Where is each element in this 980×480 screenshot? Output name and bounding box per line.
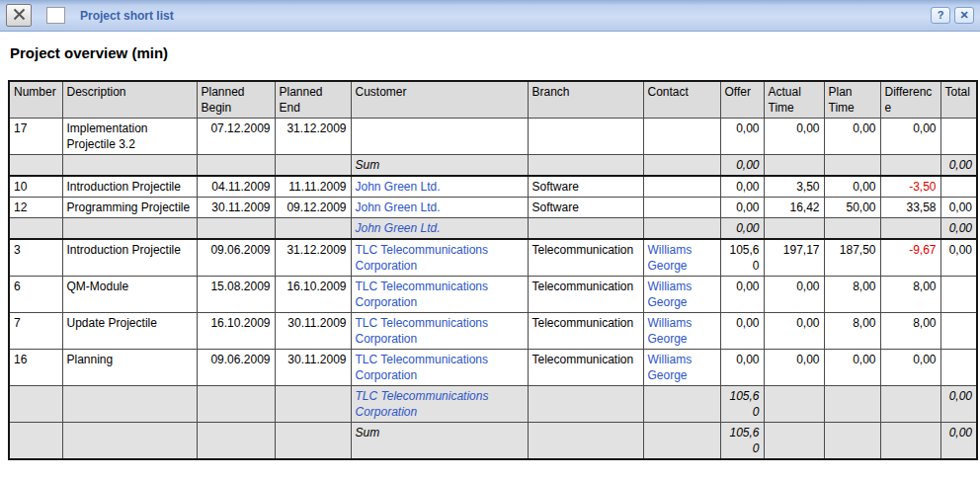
- cell-plan-time: [824, 386, 880, 423]
- cell-planned-end: 30.11.2009: [275, 313, 351, 350]
- sum-row: TLC Telecommunications Corporation105,60…: [9, 386, 977, 423]
- cell-customer: Sum: [351, 423, 528, 460]
- cell-number: 6: [9, 277, 62, 313]
- cell-number: [9, 386, 62, 423]
- cell-contact: Williams George: [643, 277, 720, 313]
- cell-contact: [643, 155, 720, 177]
- contact-link[interactable]: Williams George: [648, 316, 693, 346]
- cell-contact: Williams George: [643, 313, 720, 350]
- cell-offer: 105,60: [720, 239, 764, 277]
- cell-difference: -9,67: [880, 239, 940, 277]
- cell-contact: Williams George: [643, 239, 720, 277]
- cell-actual-time: [764, 155, 824, 177]
- customer-link[interactable]: TLC Telecommunications Corporation: [356, 243, 489, 273]
- contact-link[interactable]: Williams George: [648, 280, 693, 309]
- cell-total: [940, 176, 977, 198]
- cell-number: 17: [9, 119, 62, 155]
- cell-actual-time: 197,17: [764, 239, 824, 277]
- cell-description: [62, 423, 197, 460]
- cell-offer: 0,00: [720, 176, 764, 198]
- column-header-branch: Branch: [528, 81, 643, 119]
- cell-description: Introduction Projectile: [62, 176, 197, 198]
- customer-link[interactable]: John Green Ltd.: [356, 200, 441, 214]
- cell-branch: Software: [528, 198, 643, 218]
- cell-customer: John Green Ltd.: [351, 218, 528, 240]
- cell-description: Planning: [62, 350, 197, 386]
- cell-offer: 0,00: [720, 350, 764, 386]
- cell-branch: [528, 386, 643, 423]
- cell-total: 0,00: [940, 423, 977, 460]
- table-row: 3Introduction Projectile09.06.200931.12.…: [9, 239, 977, 277]
- cell-total: 0,00: [940, 198, 977, 218]
- cell-actual-time: 16,42: [764, 198, 824, 218]
- project-table: NumberDescriptionPlanned BeginPlanned En…: [8, 80, 978, 460]
- cell-description: Update Projectile: [62, 313, 197, 350]
- cell-offer: 105,60: [720, 386, 764, 423]
- cell-plan-time: 8,00: [824, 313, 880, 350]
- cell-customer: TLC Telecommunications Corporation: [351, 350, 528, 386]
- contact-link[interactable]: Williams George: [648, 243, 693, 273]
- cell-planned-begin: 30.11.2009: [197, 198, 275, 218]
- cell-description: QM-Module: [62, 277, 197, 313]
- cell-planned-end: [275, 423, 351, 460]
- column-header-number: Number: [9, 81, 62, 119]
- sum-row: Sum0,000,00: [9, 155, 977, 177]
- table-row: 6QM-Module15.08.200916.10.2009TLC Teleco…: [9, 277, 977, 313]
- cell-difference: 0,00: [880, 119, 940, 155]
- cell-plan-time: 187,50: [824, 239, 880, 277]
- customer-link[interactable]: John Green Ltd.: [356, 180, 441, 194]
- close-icon: [13, 7, 26, 25]
- customer-link[interactable]: TLC Telecommunications Corporation: [356, 353, 489, 382]
- table-row: 10Introduction Projectile04.11.200911.11…: [9, 176, 977, 198]
- cell-customer: John Green Ltd.: [351, 198, 528, 218]
- cell-description: Programming Projectile: [62, 198, 197, 218]
- sum-customer-link[interactable]: TLC Telecommunications Corporation: [356, 389, 489, 419]
- cell-actual-time: [764, 218, 824, 240]
- customer-link[interactable]: TLC Telecommunications Corporation: [356, 316, 489, 346]
- cell-offer: 0,00: [720, 198, 764, 218]
- cell-offer: 0,00: [720, 155, 764, 177]
- column-header-description: Description: [62, 81, 197, 119]
- cell-actual-time: [764, 386, 824, 423]
- cell-contact: [643, 198, 720, 218]
- help-button[interactable]: ?: [931, 7, 950, 24]
- cell-planned-begin: 09.06.2009: [197, 239, 275, 277]
- cell-total: [940, 277, 977, 313]
- cell-planned-end: 31.12.2009: [275, 239, 351, 277]
- cell-offer: 105,60: [720, 423, 764, 460]
- cell-actual-time: 0,00: [764, 350, 824, 386]
- cell-plan-time: [824, 423, 880, 460]
- cell-difference: 8,00: [880, 313, 940, 350]
- close-window-button[interactable]: ✕: [954, 7, 974, 24]
- table-row: 17Implementation Projectile 3.207.12.200…: [9, 119, 977, 155]
- cell-number: 3: [9, 239, 62, 277]
- cell-plan-time: 0,00: [824, 350, 880, 386]
- close-list-button[interactable]: [6, 4, 32, 27]
- cell-description: Implementation Projectile 3.2: [62, 119, 197, 155]
- cell-contact: [643, 423, 720, 460]
- contact-link[interactable]: Williams George: [648, 353, 693, 382]
- cell-planned-end: 11.11.2009: [275, 176, 351, 198]
- cell-customer: TLC Telecommunications Corporation: [351, 277, 528, 313]
- column-header-total: Total: [940, 81, 977, 119]
- cell-actual-time: 0,00: [764, 277, 824, 313]
- cell-branch: Software: [528, 176, 643, 198]
- cell-planned-end: [275, 155, 351, 177]
- cell-description: Introduction Projectile: [62, 239, 197, 277]
- customer-link[interactable]: TLC Telecommunications Corporation: [356, 280, 489, 309]
- column-header-customer: Customer: [351, 81, 528, 119]
- cell-total: [940, 350, 977, 386]
- cell-total: [940, 119, 977, 155]
- table-body: 17Implementation Projectile 3.207.12.200…: [9, 119, 977, 460]
- cell-number: [9, 218, 62, 240]
- cell-actual-time: 0,00: [764, 313, 824, 350]
- sum-customer-link[interactable]: John Green Ltd.: [356, 221, 441, 235]
- cell-branch: [528, 155, 643, 177]
- cell-branch: Telecommunication: [528, 239, 643, 277]
- cell-offer: 0,00: [720, 119, 764, 155]
- cell-branch: Telecommunication: [528, 313, 643, 350]
- cell-plan-time: [824, 155, 880, 177]
- cell-planned-begin: 04.11.2009: [197, 176, 275, 198]
- sum-label: Sum: [356, 158, 380, 172]
- select-all-checkbox[interactable]: [46, 7, 65, 24]
